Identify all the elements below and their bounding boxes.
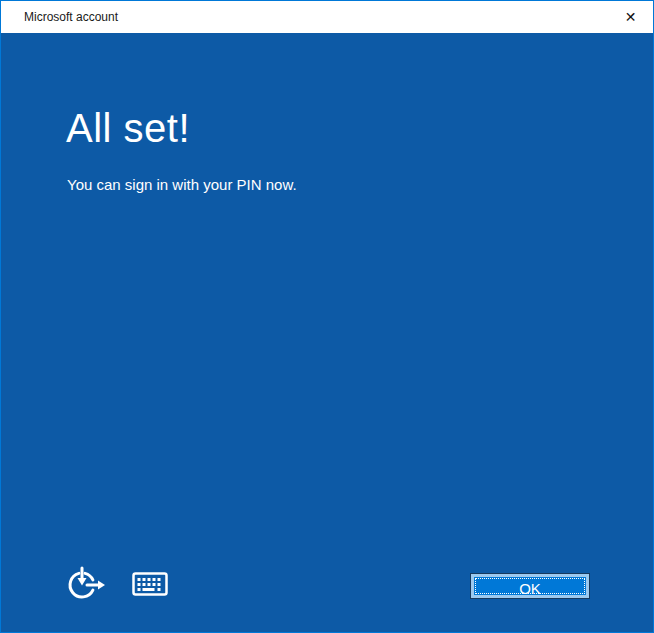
window-title: Microsoft account: [1, 10, 118, 24]
keyboard-icon: [132, 572, 168, 599]
ok-button-label: OK: [519, 580, 541, 597]
on-screen-keyboard-button[interactable]: [132, 572, 168, 599]
page-title: All set!: [66, 106, 190, 151]
ok-button[interactable]: OK: [471, 574, 589, 598]
close-button[interactable]: ✕: [608, 1, 653, 33]
ease-of-access-button[interactable]: [66, 565, 110, 606]
microsoft-account-dialog: Microsoft account ✕ All set! You can sig…: [0, 0, 654, 633]
dialog-body: All set! You can sign in with your PIN n…: [1, 33, 653, 632]
titlebar: Microsoft account ✕: [1, 1, 653, 33]
close-icon: ✕: [625, 9, 637, 25]
accessibility-icon-group: [66, 565, 168, 606]
pin-ready-message: You can sign in with your PIN now.: [67, 176, 297, 193]
ease-of-access-icon: [66, 565, 110, 606]
bottom-bar: OK: [66, 565, 589, 606]
